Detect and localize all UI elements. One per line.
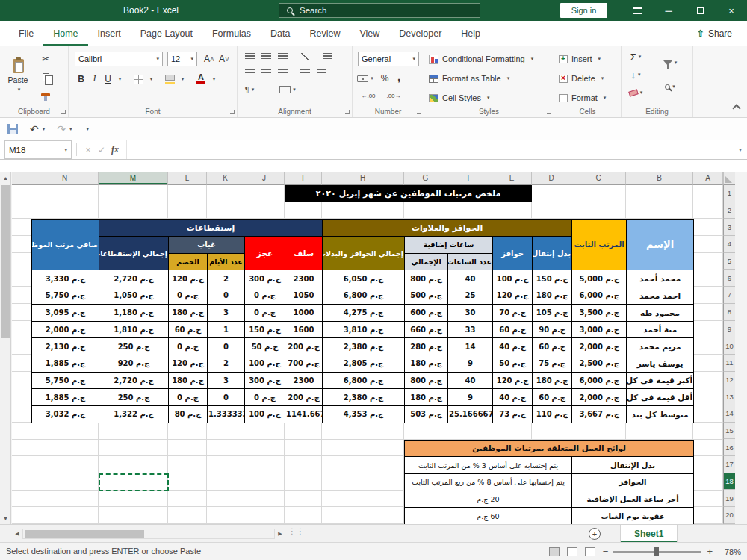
cell-value[interactable]: 180 ج.م (405, 355, 448, 372)
redo-button[interactable]: ↷▾ (57, 123, 72, 135)
row-header-17[interactable]: 17 (723, 456, 735, 473)
cell-value[interactable]: 250 ج.م (99, 389, 169, 406)
font-color-button[interactable]: A (194, 71, 208, 86)
cell-value[interactable]: 2 (208, 355, 245, 372)
cell-value[interactable]: 1,180 ج.م (99, 304, 169, 321)
cell-value[interactable]: 6,050 ج.م (323, 270, 405, 287)
cell-value[interactable]: 1,050 ج.م (99, 287, 169, 305)
cell-value[interactable]: 0 ج.م (169, 389, 208, 406)
cell-value[interactable]: 0 (208, 389, 245, 406)
header-discount[interactable]: الخصم (169, 253, 208, 270)
scroll-down-icon[interactable]: ▼ (0, 512, 11, 524)
cell-value[interactable]: 700 ج.م (285, 355, 323, 372)
cell-value[interactable]: 3 (208, 304, 245, 321)
cell-employee-name[interactable]: مريم محمد (627, 338, 694, 355)
customize-qat-button[interactable]: ▾ (84, 126, 90, 132)
cell-value[interactable]: 120 ج.م (493, 372, 533, 389)
column-header-M[interactable]: M (99, 172, 168, 185)
decrease-indent-button[interactable] (297, 66, 312, 80)
column-header-D[interactable]: D (532, 172, 571, 185)
cell-value[interactable]: 0 ج.م (245, 389, 285, 406)
cell-value[interactable]: 105 ج.م (533, 304, 572, 321)
cell-value[interactable]: 4,275 ج.م (323, 304, 405, 321)
cell-value[interactable]: 2 (208, 270, 245, 287)
row-header-20[interactable]: 20 (723, 507, 735, 524)
borders-dropdown-icon[interactable]: ▾ (146, 72, 154, 87)
cell-value[interactable]: 3 (208, 372, 245, 389)
share-button[interactable]: ⇧ Share (691, 25, 738, 43)
cell-value[interactable]: 660 ج.م (405, 321, 448, 338)
cell-value[interactable]: 120 ج.م (169, 270, 208, 287)
row-header-7[interactable]: 7 (723, 287, 735, 304)
fill-color-button[interactable] (163, 70, 176, 85)
column-header-K[interactable]: K (207, 172, 244, 185)
row-header-3[interactable]: 3 (723, 219, 735, 236)
cell-value[interactable]: 0 (208, 287, 245, 305)
cell-employee-name[interactable]: محمد أحمد (627, 270, 694, 287)
rules-label-cell[interactable]: أجر ساعة العمل الإضافية (572, 491, 694, 508)
row-header-5[interactable]: 5 (723, 253, 735, 270)
row-header-13[interactable]: 13 (723, 388, 735, 405)
row-header-19[interactable]: 19 (723, 490, 735, 507)
bold-button[interactable]: B (75, 72, 87, 86)
cell-value[interactable]: 3,330 ج.م (32, 270, 99, 287)
save-button[interactable] (7, 124, 18, 134)
cell-value[interactable]: 0 ج.م (245, 304, 285, 321)
tab-formulas[interactable]: Formulas (202, 21, 261, 46)
zoom-slider-thumb[interactable] (654, 547, 659, 556)
cell-value[interactable]: 5,000 ج.م (572, 270, 627, 287)
vertical-scrollbar[interactable]: ▲ ▼ (0, 172, 11, 524)
scroll-right-icon[interactable]: ▶ (275, 529, 285, 539)
cell-value[interactable]: 2,720 ج.م (99, 270, 169, 287)
scroll-left-icon[interactable]: ◀ (12, 529, 22, 539)
cell-value[interactable]: 2,720 ج.م (99, 372, 169, 389)
cell-value[interactable]: 100 ج.م (245, 355, 285, 372)
cell-value[interactable]: 73 ج.م (493, 405, 533, 423)
cell-value[interactable]: 1600 (285, 321, 323, 338)
italic-button[interactable]: I (88, 72, 101, 86)
tab-data[interactable]: Data (261, 21, 300, 46)
cell-employee-name[interactable]: محمود طه (627, 304, 694, 321)
column-header-H[interactable]: H (322, 172, 404, 185)
column-header-G[interactable]: G (404, 172, 447, 185)
alignment-dialog-launcher-icon[interactable] (345, 110, 350, 114)
cell-value[interactable]: 800 ج.م (405, 372, 448, 389)
column-header-A[interactable]: A (693, 172, 723, 185)
text-direction-button[interactable]: ¶▾ (242, 83, 257, 96)
cell-value[interactable]: 6,000 ج.م (572, 287, 627, 305)
zoom-in-icon[interactable]: + (707, 546, 713, 557)
tab-home[interactable]: Home (43, 21, 87, 46)
sheet-tab-sheet1[interactable]: Sheet1 (620, 525, 678, 543)
cell-value[interactable]: 2,500 ج.م (572, 355, 627, 372)
cell-employee-name[interactable]: يوسف ياسر (627, 355, 694, 372)
cell-value[interactable]: 40 ج.م (493, 338, 533, 355)
cell-value[interactable]: 1141.667 (285, 405, 323, 423)
font-color-dropdown-icon[interactable]: ▾ (209, 72, 217, 87)
cell-value[interactable]: 3,000 ج.م (572, 321, 627, 338)
header-deficit[interactable]: عجز (245, 237, 285, 270)
cell-value[interactable]: 2,805 ج.م (323, 355, 405, 372)
cell-value[interactable]: 0 ج.م (169, 287, 208, 305)
column-header-C[interactable]: C (571, 172, 626, 185)
cell-value[interactable]: 250 ج.م (99, 338, 169, 355)
font-name-select[interactable]: Calibri▾ (75, 52, 163, 66)
rules-label-cell[interactable]: بدل الإنتقال (572, 457, 694, 474)
name-box-dropdown-icon[interactable]: ▾ (61, 147, 67, 153)
sort-filter-button[interactable]: ▾ (660, 55, 680, 70)
header-days-count[interactable]: عدد الأيام (208, 253, 245, 270)
cell-value[interactable]: 25.166667 (448, 405, 493, 423)
cell-value[interactable]: 0 ج.م (169, 338, 208, 355)
cell-value[interactable]: 180 ج.م (533, 287, 572, 305)
cell-value[interactable]: 200 ج.م (285, 389, 323, 406)
tab-developer[interactable]: Developer (389, 21, 451, 46)
column-header-B[interactable]: B (626, 172, 693, 185)
row-header-14[interactable]: 14 (723, 405, 735, 423)
scroll-up-icon[interactable]: ▲ (0, 172, 11, 184)
cell-value[interactable]: 2,000 ج.م (572, 389, 627, 406)
rules-value-cell[interactable]: يتم إحتسابه على أساس 3 % من المرتب الثاب… (405, 457, 572, 474)
zoom-out-icon[interactable]: − (603, 546, 609, 557)
cell-value[interactable]: 1,885 ج.م (32, 355, 99, 372)
cell-value[interactable]: 1,810 ج.م (99, 321, 169, 338)
delete-cells-button[interactable]: × Delete ▾ (559, 70, 604, 87)
format-as-table-button[interactable]: Format as Table ▾ (429, 70, 509, 87)
